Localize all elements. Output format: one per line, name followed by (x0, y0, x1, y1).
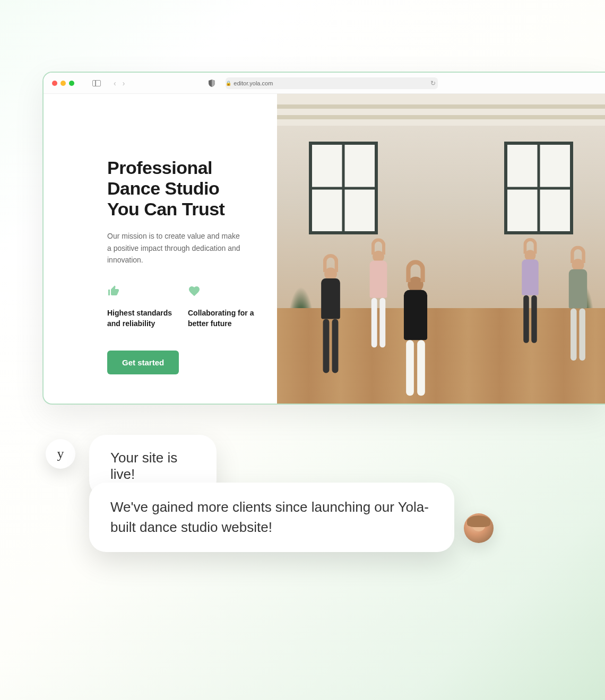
url-bar[interactable]: 🔒 editor.yola.com ↻ (226, 77, 438, 89)
sidebar-toggle-icon[interactable] (92, 80, 101, 86)
dancer-figure (370, 251, 387, 348)
browser-chrome: ‹ › 🔒 editor.yola.com ↻ (44, 73, 605, 94)
dancer-figure (522, 250, 539, 343)
thumbs-up-icon (107, 285, 120, 298)
forward-button[interactable]: › (123, 79, 125, 88)
feature-standards: Highest standards and reliability (107, 285, 175, 329)
hero-image (277, 94, 605, 404)
minimize-button[interactable] (60, 81, 66, 86)
get-started-button[interactable]: Get started (107, 351, 179, 374)
close-button[interactable] (52, 81, 57, 86)
back-button[interactable]: ‹ (114, 79, 116, 88)
feature-text: Collaborating for a better future (188, 308, 256, 329)
hero-title: Professional Dance Studio You Can Trust (107, 158, 256, 220)
feature-text: Highest standards and reliability (107, 308, 175, 329)
privacy-shield-icon[interactable] (209, 80, 215, 87)
hero-subtitle: Our mission is to create value and make … (107, 230, 245, 266)
browser-window: ‹ › 🔒 editor.yola.com ↻ Professional Dan… (42, 72, 605, 405)
dancer-figure (321, 268, 340, 373)
user-avatar (464, 513, 494, 543)
hero-section: Professional Dance Studio You Can Trust … (44, 94, 277, 404)
lock-icon: 🔒 (226, 81, 231, 86)
yola-avatar: y (46, 439, 75, 469)
dancer-figure (569, 259, 587, 361)
maximize-button[interactable] (69, 81, 74, 86)
nav-arrows: ‹ › (114, 79, 125, 88)
url-text: editor.yola.com (234, 80, 273, 86)
heart-icon (188, 285, 201, 298)
feature-collaboration: Collaborating for a better future (188, 285, 256, 329)
traffic-lights (52, 81, 74, 86)
reload-icon[interactable]: ↻ (430, 80, 436, 87)
chat-message-user: We've gained more clients since launchin… (89, 483, 454, 552)
features-row: Highest standards and reliability Collab… (107, 285, 256, 329)
dancer-figure (404, 277, 427, 396)
browser-content: Professional Dance Studio You Can Trust … (44, 94, 605, 404)
